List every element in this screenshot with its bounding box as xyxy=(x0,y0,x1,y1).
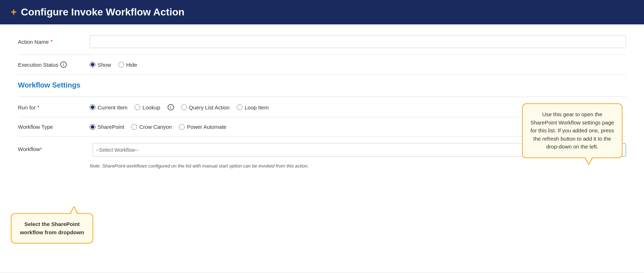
action-name-row: Action Name* xyxy=(18,35,626,55)
workflow-type-crow-canyon[interactable]: Crow Canyon xyxy=(131,124,172,130)
action-name-label: Action Name* xyxy=(18,39,90,45)
sharepoint-radio[interactable] xyxy=(90,124,95,130)
note-row: Note: SharePoint workflows configured on… xyxy=(18,163,626,169)
dropdown-tooltip: Select the SharePoint workflow from drop… xyxy=(11,213,93,244)
workflow-type-label: Workflow Type xyxy=(18,124,90,130)
gear-tooltip: Use this gear to open the SharePoint Wor… xyxy=(522,103,622,158)
section-divider xyxy=(18,97,626,97)
run-for-label: Run for * xyxy=(18,104,90,110)
execution-status-row: Execution Status i Show Hide xyxy=(18,61,626,75)
execution-status-radio-group: Show Hide xyxy=(90,62,626,68)
current-item-radio[interactable] xyxy=(90,104,95,110)
main-content: Action Name* Execution Status i Show Hid… xyxy=(0,24,644,272)
show-radio-item[interactable]: Show xyxy=(90,62,111,68)
execution-status-field: Show Hide xyxy=(90,62,626,68)
page-header: + Configure Invoke Workflow Action xyxy=(0,0,644,24)
run-for-lookup[interactable]: Lookup xyxy=(135,104,160,110)
workflow-required: * xyxy=(40,146,42,152)
action-name-required: * xyxy=(51,39,52,44)
workflow-type-power-automate[interactable]: Power Automate xyxy=(179,124,226,130)
action-name-field xyxy=(90,35,626,48)
run-for-required: * xyxy=(37,104,39,110)
lookup-info-icon[interactable]: i xyxy=(168,104,174,110)
action-name-input[interactable] xyxy=(90,35,626,48)
hide-radio[interactable] xyxy=(118,62,124,67)
query-list-radio[interactable] xyxy=(181,104,187,110)
page-title: Configure Invoke Workflow Action xyxy=(21,6,184,18)
run-for-current-item[interactable]: Current Item xyxy=(90,104,127,110)
show-radio[interactable] xyxy=(90,62,95,67)
execution-status-info-icon[interactable]: i xyxy=(60,61,67,68)
execution-status-label: Execution Status i xyxy=(18,61,90,68)
workflow-label: Workflow* xyxy=(18,143,90,152)
plus-icon: + xyxy=(11,7,17,17)
hide-radio-item[interactable]: Hide xyxy=(118,62,137,68)
note-text: Note: SharePoint workflows configured on… xyxy=(90,163,626,169)
workflow-select[interactable]: --Select Workflow-- xyxy=(93,143,594,157)
workflow-settings-title: Workflow Settings xyxy=(18,81,626,89)
loop-item-radio[interactable] xyxy=(237,104,243,110)
workflow-type-sharepoint[interactable]: SharePoint xyxy=(90,124,124,130)
workflow-select-wrapper: --Select Workflow-- ▾ xyxy=(93,143,594,157)
run-for-query-list[interactable]: Query List Action xyxy=(181,104,230,110)
power-automate-radio[interactable] xyxy=(179,124,185,130)
run-for-loop-item[interactable]: Loop Item xyxy=(237,104,269,110)
crow-canyon-radio[interactable] xyxy=(131,124,137,130)
lookup-radio[interactable] xyxy=(135,104,140,110)
